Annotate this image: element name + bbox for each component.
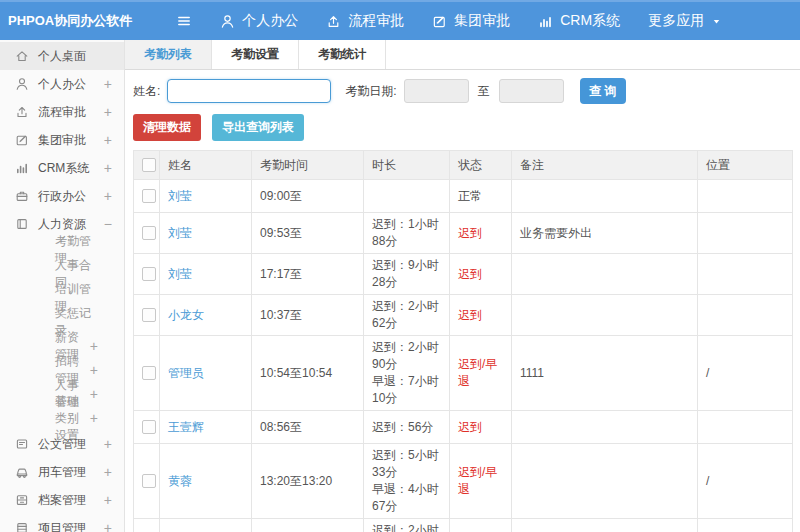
time-cell: 17:17至	[252, 254, 364, 295]
employee-name-link[interactable]: 王壹辉	[168, 420, 204, 434]
row-checkbox[interactable]	[142, 474, 156, 488]
row-checkbox[interactable]	[142, 420, 156, 434]
archive-icon	[15, 493, 29, 507]
row-checkbox[interactable]	[142, 267, 156, 281]
row-checkbox-cell	[134, 411, 160, 444]
row-checkbox[interactable]	[142, 308, 156, 322]
expand-toggle-icon[interactable]: +	[90, 386, 98, 402]
sidebar-item-label: 人力资源	[38, 216, 100, 233]
location-cell	[698, 213, 793, 254]
row-checkbox-cell	[134, 444, 160, 519]
expand-toggle-icon[interactable]: +	[104, 104, 112, 120]
expand-toggle-icon[interactable]: +	[104, 188, 112, 204]
tabbar: 考勤列表考勤设置考勤统计	[125, 40, 800, 70]
sidebar-subitem[interactable]: 基础类别设置+	[0, 406, 124, 430]
person-icon	[15, 77, 29, 91]
duration-line: 迟到：5小时33分	[372, 447, 441, 481]
remark-cell	[512, 519, 698, 532]
clean-data-button[interactable]: 清理数据	[133, 114, 201, 141]
expand-toggle-icon[interactable]: +	[104, 132, 112, 148]
navbar-menu: 个人办公流程审批集团审批CRM系统更多应用	[192, 12, 722, 30]
sidebar-item-label: 项目管理	[38, 520, 100, 532]
row-checkbox[interactable]	[142, 189, 156, 203]
sidebar-item[interactable]: 个人办公+	[0, 70, 124, 98]
column-header: 备注	[512, 151, 698, 180]
column-header: 时长	[364, 151, 450, 180]
nav-item[interactable]: 流程审批	[326, 12, 404, 30]
expand-toggle-icon[interactable]: −	[104, 216, 112, 232]
employee-name-link[interactable]: 管理员	[168, 366, 204, 380]
column-header: 姓名	[160, 151, 252, 180]
duration-cell: 迟到：5小时33分早退：4小时67分	[364, 444, 450, 519]
row-checkbox-cell	[134, 336, 160, 411]
row-checkbox[interactable]	[142, 226, 156, 240]
expand-toggle-icon[interactable]: +	[104, 436, 112, 452]
nav-item[interactable]: 更多应用	[648, 12, 722, 30]
sidebar-item[interactable]: 档案管理+	[0, 486, 124, 514]
export-list-button[interactable]: 导出查询列表	[212, 114, 304, 141]
date-from-input[interactable]	[404, 79, 469, 103]
hamburger-menu-icon[interactable]	[176, 13, 192, 29]
nav-item[interactable]: 个人办公	[220, 12, 298, 30]
table-actions: 清理数据 导出查询列表	[125, 110, 800, 150]
duration-cell: 迟到：2小时62分	[364, 295, 450, 336]
duration-cell: 迟到：1小时88分	[364, 213, 450, 254]
select-all-checkbox[interactable]	[142, 158, 156, 172]
attendance-table: 姓名考勤时间时长状态备注位置 刘莹09:00至正常刘莹09:53至迟到：1小时8…	[133, 150, 793, 532]
nav-item-label: 流程审批	[348, 12, 404, 30]
duration-cell	[364, 180, 450, 213]
employee-name-link[interactable]: 小龙女	[168, 308, 204, 322]
remark-cell	[512, 444, 698, 519]
sidebar-item[interactable]: 集团审批+	[0, 126, 124, 154]
date-to-input[interactable]	[499, 79, 564, 103]
edit-icon	[15, 133, 29, 147]
tab[interactable]: 考勤统计	[299, 40, 386, 69]
location-cell: /	[698, 444, 793, 519]
status-cell: 迟到/早退	[450, 444, 512, 519]
expand-toggle-icon[interactable]: +	[104, 492, 112, 508]
employee-name-link[interactable]: 刘莹	[168, 226, 192, 240]
duration-cell: 迟到：56分	[364, 411, 450, 444]
time-cell: 10:37至	[252, 295, 364, 336]
expand-toggle-icon[interactable]: +	[104, 76, 112, 92]
sidebar-menu: 个人桌面个人办公+流程审批+集团审批+CRM系统+行政办公+人力资源−考勤管理人…	[0, 40, 125, 532]
employee-name-link[interactable]: 黄蓉	[168, 474, 192, 488]
search-form: 姓名: 考勤日期: 至 查 询	[125, 70, 800, 110]
expand-toggle-icon[interactable]: +	[104, 160, 112, 176]
book-icon	[15, 217, 29, 231]
location-cell	[698, 295, 793, 336]
time-cell: 10:02至	[252, 519, 364, 532]
name-cell: 王壹辉	[160, 411, 252, 444]
name-input[interactable]	[167, 79, 331, 103]
tab[interactable]: 考勤设置	[212, 40, 299, 69]
expand-toggle-icon[interactable]: +	[90, 362, 98, 378]
sidebar-item[interactable]: 流程审批+	[0, 98, 124, 126]
sidebar-item[interactable]: 项目管理+	[0, 514, 124, 532]
chart-icon	[15, 161, 29, 175]
employee-name-link[interactable]: 刘莹	[168, 267, 192, 281]
project-icon	[15, 521, 29, 532]
nav-item[interactable]: CRM系统	[538, 12, 620, 30]
row-checkbox-cell	[134, 213, 160, 254]
table-row: 小龙女10:37至迟到：2小时62分迟到	[134, 295, 793, 336]
row-checkbox[interactable]	[142, 366, 156, 380]
table-row: 王壹辉08:56至迟到：56分迟到	[134, 411, 793, 444]
sidebar-item-label: 公文管理	[38, 436, 100, 453]
name-label: 姓名:	[133, 83, 160, 100]
status-cell: 迟到	[450, 213, 512, 254]
expand-toggle-icon[interactable]: +	[104, 464, 112, 480]
remark-cell	[512, 411, 698, 444]
main-area: 个人桌面个人办公+流程审批+集团审批+CRM系统+行政办公+人力资源−考勤管理人…	[0, 40, 800, 532]
nav-item[interactable]: 集团审批	[432, 12, 510, 30]
query-button[interactable]: 查 询	[580, 78, 626, 104]
expand-toggle-icon[interactable]: +	[90, 338, 98, 354]
sidebar-item[interactable]: 用车管理+	[0, 458, 124, 486]
nav-item-label: 更多应用	[648, 12, 704, 30]
expand-toggle-icon[interactable]: +	[90, 410, 98, 426]
expand-toggle-icon[interactable]: +	[104, 520, 112, 532]
employee-name-link[interactable]: 刘莹	[168, 189, 192, 203]
tab[interactable]: 考勤列表	[125, 40, 212, 69]
sidebar-item[interactable]: 行政办公+	[0, 182, 124, 210]
sidebar-item[interactable]: 个人桌面	[0, 42, 124, 70]
sidebar-item[interactable]: CRM系统+	[0, 154, 124, 182]
